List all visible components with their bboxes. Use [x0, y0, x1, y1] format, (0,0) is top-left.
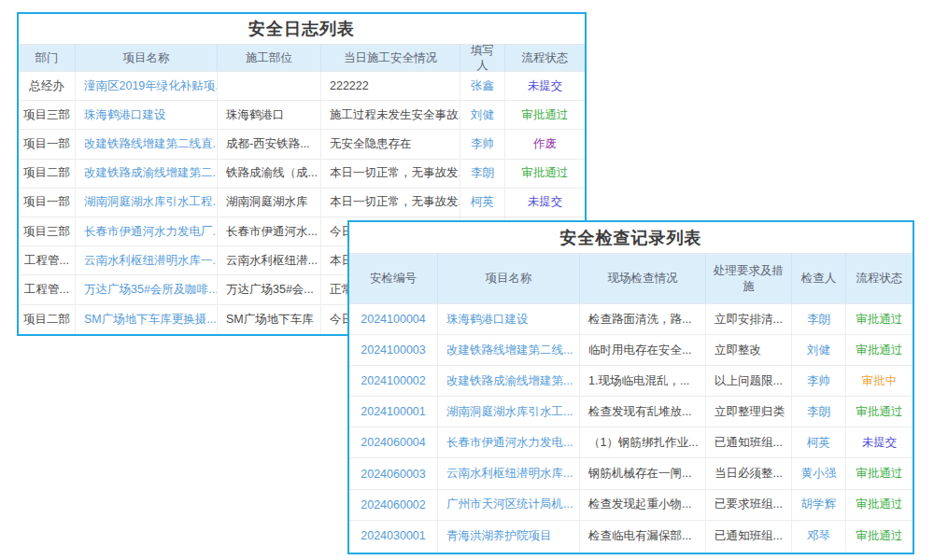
- table-row: 项目一部 改建铁路线增建第二线直... 成都-西安铁路... 无安全隐患存在 李…: [19, 130, 585, 159]
- writer-link[interactable]: 刘健: [460, 101, 504, 129]
- location-cell: 长春市伊通河水...: [217, 217, 320, 245]
- dept-cell: 项目一部: [19, 189, 75, 217]
- check-situation-cell: 钢筋机械存在一闸...: [579, 458, 705, 488]
- status-badge: 未提交: [504, 72, 585, 100]
- project-name-link[interactable]: 改建铁路线增建第二线直...: [75, 130, 217, 158]
- location-cell: 铁路成渝线（成...: [217, 160, 320, 188]
- check-situation-cell: 临时用电存在安全...: [579, 335, 705, 365]
- inspector-link[interactable]: 柯英: [791, 427, 845, 457]
- measure-cell: 立即整理归类: [705, 397, 791, 427]
- project-name-link[interactable]: 青海洪湖养护院项目: [437, 521, 579, 552]
- table-row: 2024060003 云南水利枢纽潜明水库... 钢筋机械存在一闸... 当日必…: [349, 458, 913, 489]
- situation-cell: 本日一切正常，无事故发...: [320, 160, 460, 188]
- check-situation-cell: 1.现场临电混乱，...: [579, 366, 705, 396]
- dept-cell: 工程管...: [19, 275, 75, 303]
- inspection-no-link[interactable]: 2024100001: [349, 397, 437, 427]
- status-badge: 审批通过: [845, 397, 913, 427]
- table-row: 项目二部 改建铁路成渝线增建第二... 铁路成渝线（成... 本日一切正常，无事…: [19, 160, 585, 189]
- location-cell: 珠海鹤港口: [217, 101, 320, 129]
- inspector-link[interactable]: 李帅: [791, 366, 845, 396]
- table-row: 项目三部 珠海鹤港口建设 珠海鹤港口 施工过程未发生安全事故... 刘健 审批通…: [19, 101, 585, 130]
- table-row: 2024100001 湖南洞庭湖水库引水工... 检查发现有乱堆放... 立即整…: [349, 397, 913, 427]
- project-name-link[interactable]: 长春市伊通河水力发电...: [437, 427, 579, 457]
- project-name-link[interactable]: 长春市伊通河水力发电厂...: [75, 217, 217, 245]
- project-name-link[interactable]: 珠海鹤港口建设: [437, 304, 579, 334]
- table-row: 2024030001 青海洪湖养护院项目 检查临电有漏保部... 已通知班组..…: [349, 521, 913, 552]
- header-situation: 当日施工安全情况: [320, 45, 460, 71]
- location-cell: SM广场地下车库: [217, 305, 320, 334]
- inspection-no-link[interactable]: 2024030001: [349, 521, 437, 552]
- inspector-link[interactable]: 胡学辉: [791, 490, 845, 520]
- measure-cell: 立即安排清...: [705, 304, 791, 334]
- header-check: 现场检查情况: [579, 254, 705, 303]
- dept-cell: 总经办: [19, 72, 75, 100]
- measure-cell: 已通知班组...: [705, 521, 791, 552]
- status-badge: 审批通过: [845, 521, 913, 552]
- writer-link[interactable]: 柯英: [460, 189, 504, 217]
- project-name-link[interactable]: 改建铁路成渝线增建第...: [437, 366, 579, 396]
- project-name-link[interactable]: 改建铁路成渝线增建第二...: [75, 160, 217, 188]
- status-badge: 作废: [504, 130, 585, 158]
- dept-cell: 项目一部: [19, 130, 75, 158]
- measure-cell: 立即整改: [705, 335, 791, 365]
- measure-cell: 当日必须整...: [705, 458, 791, 488]
- location-cell: 云南水利枢纽潜...: [217, 246, 320, 274]
- header-dept: 部门: [19, 45, 75, 71]
- table-row: 2024100003 改建铁路线增建第二线... 临时用电存在安全... 立即整…: [349, 335, 913, 366]
- header-location: 施工部位: [217, 45, 320, 71]
- table-row: 2024100002 改建铁路成渝线增建第... 1.现场临电混乱，... 以上…: [349, 366, 913, 397]
- project-name-link[interactable]: 广州市天河区统计局机...: [437, 490, 579, 520]
- project-name-link[interactable]: 改建铁路线增建第二线...: [437, 335, 579, 365]
- dept-cell: 工程管...: [19, 246, 75, 274]
- measure-cell: 以上问题限...: [705, 366, 791, 396]
- project-name-link[interactable]: 云南水利枢纽潜明水库...: [437, 458, 579, 488]
- inspection-no-link[interactable]: 2024100004: [349, 304, 437, 334]
- inspector-link[interactable]: 邓琴: [791, 521, 845, 552]
- inspection-no-link[interactable]: 2024100002: [349, 366, 437, 396]
- header-writer: 填写人: [460, 45, 504, 71]
- status-badge: 审批通过: [845, 490, 913, 520]
- measure-cell: 已通知班组...: [705, 427, 791, 457]
- header-status: 流程状态: [845, 254, 913, 303]
- inspector-link[interactable]: 李朗: [791, 397, 845, 427]
- writer-link[interactable]: 张鑫: [460, 72, 504, 100]
- location-cell: 万达广场35#会...: [217, 275, 320, 303]
- writer-link[interactable]: 李帅: [460, 130, 504, 158]
- header-inspection-no: 安检编号: [349, 254, 437, 303]
- inspector-link[interactable]: 李朗: [791, 304, 845, 334]
- situation-cell: 施工过程未发生安全事故...: [320, 101, 460, 129]
- safety-log-header-row: 部门 项目名称 施工部位 当日施工安全情况 填写人 流程状态: [19, 45, 585, 72]
- header-project: 项目名称: [75, 45, 217, 71]
- writer-link[interactable]: 李朗: [460, 160, 504, 188]
- inspection-no-link[interactable]: 2024060002: [349, 490, 437, 520]
- project-name-link[interactable]: 万达广场35#会所及咖啡...: [75, 275, 217, 303]
- inspection-no-link[interactable]: 2024060003: [349, 458, 437, 488]
- project-name-link[interactable]: 湖南洞庭湖水库引水工...: [437, 397, 579, 427]
- project-name-link[interactable]: 潼南区2019年绿化补贴项...: [75, 72, 217, 100]
- table-row: 总经办 潼南区2019年绿化补贴项... 222222 张鑫 未提交: [19, 72, 585, 101]
- inspection-no-link[interactable]: 2024100003: [349, 335, 437, 365]
- project-name-link[interactable]: 云南水利枢纽潜明水库一...: [75, 246, 217, 274]
- table-row: 2024060004 长春市伊通河水力发电... （1）钢筋绑扎作业... 已通…: [349, 427, 913, 458]
- check-situation-cell: 检查发现有乱堆放...: [579, 397, 705, 427]
- inspector-link[interactable]: 黄小强: [791, 458, 845, 488]
- header-measure: 处理要求及措施: [705, 254, 791, 303]
- dept-cell: 项目三部: [19, 217, 75, 245]
- project-name-link[interactable]: SM广场地下车库更换摄...: [75, 305, 217, 334]
- safety-log-title: 安全日志列表: [19, 14, 585, 45]
- location-cell: 成都-西安铁路...: [217, 130, 320, 158]
- safety-inspection-table-card: 安全检查记录列表 安检编号 项目名称 现场检查情况 处理要求及措施 检查人 流程…: [347, 220, 914, 554]
- header-status: 流程状态: [504, 45, 585, 71]
- location-cell: [217, 72, 320, 100]
- measure-cell: 已要求班组...: [705, 490, 791, 520]
- project-name-link[interactable]: 湖南洞庭湖水库引水工程...: [75, 189, 217, 217]
- status-badge: 审批通过: [504, 101, 585, 129]
- situation-cell: 无安全隐患存在: [320, 130, 460, 158]
- inspector-link[interactable]: 刘健: [791, 335, 845, 365]
- status-badge: 审批通过: [845, 335, 913, 365]
- project-name-link[interactable]: 珠海鹤港口建设: [75, 101, 217, 129]
- header-project: 项目名称: [437, 254, 579, 303]
- inspection-no-link[interactable]: 2024060004: [349, 427, 437, 457]
- status-badge: 未提交: [845, 427, 913, 457]
- header-inspector: 检查人: [791, 254, 845, 303]
